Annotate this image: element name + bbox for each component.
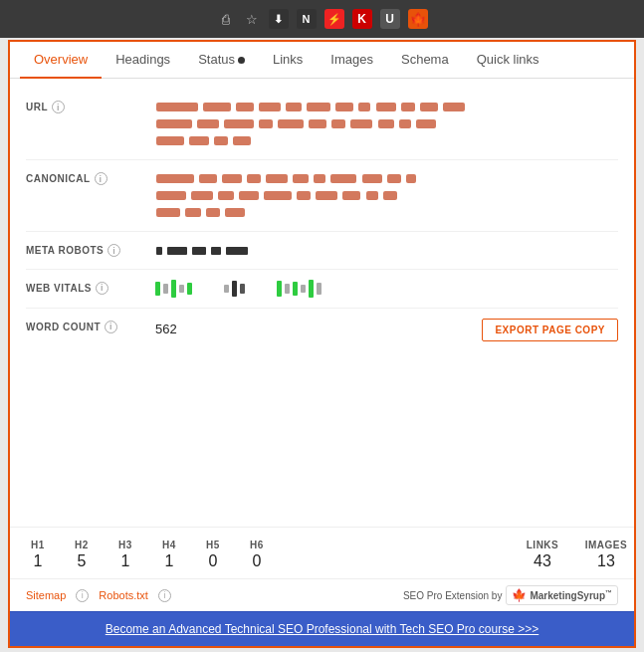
web-vitals-label: WEB VITALS i [26, 280, 155, 295]
stat-h4-value: 1 [147, 552, 191, 570]
browser-toolbar: ⎙ ☆ ⬇ N ⚡ K U 🍁 [0, 0, 644, 38]
tab-headings[interactable]: Headings [102, 42, 184, 79]
stat-h2: H2 5 [60, 540, 104, 570]
status-dot [238, 57, 245, 64]
tab-overview[interactable]: Overview [20, 42, 102, 79]
stat-h6-value: 0 [235, 552, 279, 570]
stat-links-value: 43 [521, 552, 564, 570]
seo-panel: Overview Headings Status Links Images Sc… [8, 40, 636, 648]
stat-h5-label: H5 [191, 540, 235, 550]
brand-logo[interactable]: 🍁 MarketingSyrup™ [506, 585, 618, 605]
content-area: URL i [10, 79, 634, 523]
stat-h2-label: H2 [60, 540, 104, 550]
stat-h2-value: 5 [60, 552, 104, 570]
stat-images-value: 13 [584, 552, 628, 570]
brand-leaf-icon: 🍁 [512, 588, 527, 602]
word-count-number: 562 [155, 320, 177, 339]
canonical-field-row: CANONICAL i [26, 160, 618, 232]
url-label: URL i [26, 99, 155, 113]
stat-h6-label: H6 [235, 540, 279, 550]
u-ext-icon[interactable]: U [380, 9, 400, 29]
url-value [155, 99, 618, 149]
stat-h1-value: 1 [16, 552, 60, 570]
stat-images: IMAGES 13 [584, 540, 628, 570]
tab-schema[interactable]: Schema [387, 42, 463, 79]
stat-h1-label: H1 [16, 540, 60, 550]
brand-name: MarketingSyrup™ [530, 589, 612, 601]
stats-row: H1 1 H2 5 H3 1 H4 1 H5 0 H6 0 LINKS 43 [10, 527, 634, 578]
word-count-label: WORD COUNT i [26, 319, 155, 333]
stat-links: LINKS 43 [521, 540, 564, 570]
meta-robots-label: META ROBOTS i [26, 242, 155, 257]
stat-h6: H6 0 [235, 540, 279, 570]
attribution-text: SEO Pro Extension by [403, 590, 503, 601]
canonical-label: CANONICAL i [26, 170, 155, 185]
stat-h4-label: H4 [147, 540, 191, 550]
web-vitals-field-row: WEB VITALS i [26, 270, 618, 309]
stat-h3-label: H3 [104, 540, 147, 550]
stat-h1: H1 1 [16, 540, 60, 570]
sitemap-link[interactable]: Sitemap [26, 589, 66, 601]
word-count-info-icon[interactable]: i [105, 321, 117, 333]
url-info-icon[interactable]: i [52, 101, 65, 113]
word-count-value-row: 562 EXPORT PAGE COPY [155, 319, 618, 341]
robots-info-icon[interactable]: i [158, 589, 171, 602]
meta-robots-info-icon[interactable]: i [107, 244, 120, 257]
footer: Sitemap i Robots.txt i SEO Pro Extension… [10, 578, 634, 611]
vitals-group-3 [277, 280, 322, 298]
vitals-group-1 [155, 280, 192, 298]
canonical-value [155, 170, 618, 221]
download-ext-icon[interactable]: ⬇ [269, 9, 289, 29]
sitemap-info-icon[interactable]: i [76, 589, 89, 602]
tab-links[interactable]: Links [259, 42, 317, 79]
stat-links-label: LINKS [521, 540, 564, 550]
stat-images-label: IMAGES [584, 540, 628, 550]
stat-h4: H4 1 [147, 540, 191, 570]
cta-banner[interactable]: Become an Advanced Technical SEO Profess… [10, 611, 634, 646]
stat-h5-value: 0 [191, 552, 235, 570]
word-count-field-row: WORD COUNT i 562 EXPORT PAGE COPY [26, 309, 618, 351]
tab-images[interactable]: Images [317, 42, 387, 79]
notion-ext-icon[interactable]: N [297, 9, 317, 29]
meta-robots-field-row: META ROBOTS i [26, 232, 618, 270]
footer-right: SEO Pro Extension by 🍁 MarketingSyrup™ [403, 585, 618, 605]
star-icon[interactable]: ☆ [243, 10, 261, 28]
flash-ext-icon[interactable]: ⚡ [324, 9, 344, 29]
export-button[interactable]: EXPORT PAGE COPY [482, 319, 618, 341]
canonical-info-icon[interactable]: i [95, 172, 107, 185]
tab-status[interactable]: Status [184, 42, 259, 79]
web-vitals-value [155, 280, 618, 298]
tab-bar: Overview Headings Status Links Images Sc… [10, 42, 634, 79]
stat-h5: H5 0 [191, 540, 235, 570]
meta-robots-value [155, 242, 618, 259]
url-field-row: URL i [26, 89, 618, 160]
robots-link[interactable]: Robots.txt [99, 589, 148, 601]
tab-quick-links[interactable]: Quick links [463, 42, 553, 79]
k-ext-icon[interactable]: K [352, 9, 372, 29]
leaf-ext-icon[interactable]: 🍁 [408, 9, 428, 29]
share-icon[interactable]: ⎙ [217, 10, 235, 28]
stat-h3-value: 1 [104, 552, 147, 570]
vitals-group-2 [224, 281, 245, 297]
web-vitals-info-icon[interactable]: i [96, 282, 108, 295]
footer-left: Sitemap i Robots.txt i [26, 589, 171, 602]
stat-h3: H3 1 [104, 540, 147, 570]
